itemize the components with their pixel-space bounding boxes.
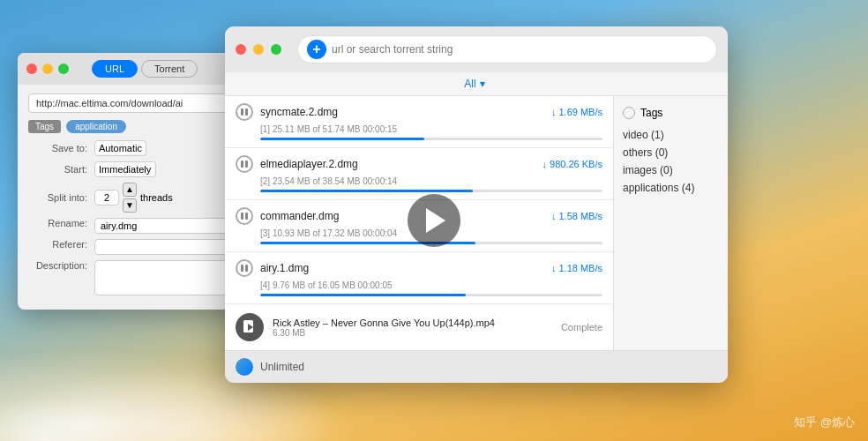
search-bar: + xyxy=(297,35,717,64)
save-to-label: Save to: xyxy=(28,143,94,153)
save-to-wrapper: Automatic xyxy=(94,140,241,156)
pause-button-1[interactable] xyxy=(236,103,253,121)
url-form-window: URL Torrent Tags application Save to: Au… xyxy=(18,53,251,310)
stepper-box: ▲ ▼ threads xyxy=(94,183,173,213)
download-item: airy.1.dmg ↓ 1.18 MB/s [4] 9.76 MB of 16… xyxy=(225,252,613,304)
threads-label: threads xyxy=(140,192,173,203)
tags-title: Tags xyxy=(640,107,662,119)
progress-bar-fill-1 xyxy=(260,138,424,140)
filter-bar: All ▾ xyxy=(225,72,728,96)
referer-label: Referer: xyxy=(28,239,94,250)
progress-bar-container-4 xyxy=(260,294,602,296)
right-close-button[interactable] xyxy=(236,44,246,55)
referer-row: Referer: xyxy=(28,239,241,255)
pause-button-2[interactable] xyxy=(236,155,253,173)
tags-header-row: Tags xyxy=(623,107,719,119)
tags-button[interactable]: Tags xyxy=(28,120,61,133)
play-button[interactable] xyxy=(408,194,460,247)
split-into-label: Split into: xyxy=(28,192,94,203)
filter-arrow-icon: ▾ xyxy=(480,78,485,90)
tab-torrent[interactable]: Torrent xyxy=(141,60,198,78)
download-speed-1: ↓ 1.69 MB/s xyxy=(551,107,602,117)
download-item: syncmate.2.dmg ↓ 1.69 MB/s [1] 25.11 MB … xyxy=(225,96,613,148)
progress-bar-fill-2 xyxy=(260,190,473,192)
split-into-row: Split into: ▲ ▼ threads xyxy=(28,183,241,213)
description-row: Description: xyxy=(28,260,241,295)
tab-url[interactable]: URL xyxy=(92,60,138,78)
download-speed-3: ↓ 1.58 MB/s xyxy=(551,211,602,221)
close-button[interactable] xyxy=(26,64,37,74)
download-name-3: commander.dmg xyxy=(260,210,544,222)
download-meta-1: [1] 25.11 MB of 51.74 MB 00:00:15 xyxy=(260,124,602,134)
save-to-select[interactable]: Automatic xyxy=(94,140,146,156)
pause-button-3[interactable] xyxy=(236,207,253,225)
download-item-header: syncmate.2.dmg ↓ 1.69 MB/s xyxy=(236,103,602,121)
start-label: Start: xyxy=(28,164,94,175)
pause-icon-4 xyxy=(241,265,248,272)
tag-item-applications[interactable]: applications (4) xyxy=(623,179,719,197)
url-input[interactable] xyxy=(28,93,241,113)
bottom-bar: Unlimited xyxy=(225,350,728,383)
completed-filesize: 6.30 MB xyxy=(273,328,552,338)
start-select[interactable]: Immediately xyxy=(94,161,156,177)
progress-bar-fill-4 xyxy=(260,294,466,296)
add-download-button[interactable]: + xyxy=(307,40,326,59)
download-item-header: elmediaplayer.2.dmg ↓ 980.26 KB/s xyxy=(236,155,602,173)
download-name-4: airy.1.dmg xyxy=(260,262,544,274)
stepper-up-button[interactable]: ▲ xyxy=(123,183,137,197)
right-minimize-button[interactable] xyxy=(253,44,264,55)
tag-badge: application xyxy=(66,120,126,133)
completed-filename: Rick Astley – Never Gonna Give You Up(14… xyxy=(273,318,552,328)
pause-button-4[interactable] xyxy=(236,259,253,277)
start-row: Start: Immediately xyxy=(28,161,241,177)
right-content: syncmate.2.dmg ↓ 1.69 MB/s [1] 25.11 MB … xyxy=(225,96,728,350)
pause-icon-2 xyxy=(241,161,248,168)
unlimited-icon xyxy=(236,358,253,376)
rename-row: Rename: xyxy=(28,218,241,234)
maximize-button[interactable] xyxy=(58,64,69,74)
download-speed-2: ↓ 980.26 KB/s xyxy=(542,159,603,169)
left-window-body: Tags application Save to: Automatic Star… xyxy=(18,85,251,310)
progress-bar-container-2 xyxy=(260,190,602,192)
download-name-2: elmediaplayer.2.dmg xyxy=(260,158,535,170)
unlimited-text: Unlimited xyxy=(260,361,304,373)
play-triangle-icon xyxy=(426,208,445,233)
right-maximize-button[interactable] xyxy=(271,44,281,55)
download-speed-4: ↓ 1.18 MB/s xyxy=(551,263,602,273)
rename-input[interactable] xyxy=(94,218,241,234)
download-name-1: syncmate.2.dmg xyxy=(260,106,544,118)
download-meta-4: [4] 9.76 MB of 16.05 MB 00:00:05 xyxy=(260,280,602,290)
description-textarea[interactable] xyxy=(94,260,241,295)
tag-item-video[interactable]: video (1) xyxy=(623,126,719,144)
threads-stepper[interactable] xyxy=(94,190,119,206)
start-wrapper: Immediately xyxy=(94,161,241,177)
tags-row: Tags application xyxy=(28,120,241,133)
complete-status: Complete xyxy=(561,322,602,333)
pause-icon-1 xyxy=(241,108,248,116)
save-to-row: Save to: Automatic xyxy=(28,140,241,156)
referer-input[interactable] xyxy=(94,239,241,255)
tab-bar: URL Torrent xyxy=(92,60,198,78)
download-meta-2: [2] 23.54 MB of 38.54 MB 00:00:14 xyxy=(260,176,602,186)
download-item-header: airy.1.dmg ↓ 1.18 MB/s xyxy=(236,259,602,277)
description-label: Description: xyxy=(28,260,94,271)
filter-label[interactable]: All xyxy=(464,78,475,90)
tags-sidebar: Tags video (1) others (0) images (0) app… xyxy=(613,96,728,350)
tags-radio-button[interactable] xyxy=(623,107,635,119)
tag-item-images[interactable]: images (0) xyxy=(623,161,719,179)
tag-item-others[interactable]: others (0) xyxy=(623,144,719,161)
right-titlebar: + xyxy=(225,26,728,72)
download-item: elmediaplayer.2.dmg ↓ 980.26 KB/s [2] 23… xyxy=(225,148,613,200)
video-file-icon xyxy=(242,319,258,335)
minimize-button[interactable] xyxy=(42,64,53,74)
stepper-down-button[interactable]: ▼ xyxy=(123,198,137,213)
download-manager-window: + All ▾ syncmate.2.dmg ↓ 1.69 MB/s xyxy=(225,26,728,383)
rename-label: Rename: xyxy=(28,218,94,228)
pause-icon-3 xyxy=(241,213,248,220)
completed-info: Rick Astley – Never Gonna Give You Up(14… xyxy=(273,318,552,338)
search-input[interactable] xyxy=(332,43,707,56)
progress-bar-container-1 xyxy=(260,138,602,140)
file-icon xyxy=(236,313,264,341)
url-input-row xyxy=(28,93,241,113)
completed-item: Rick Astley – Never Gonna Give You Up(14… xyxy=(225,304,613,350)
